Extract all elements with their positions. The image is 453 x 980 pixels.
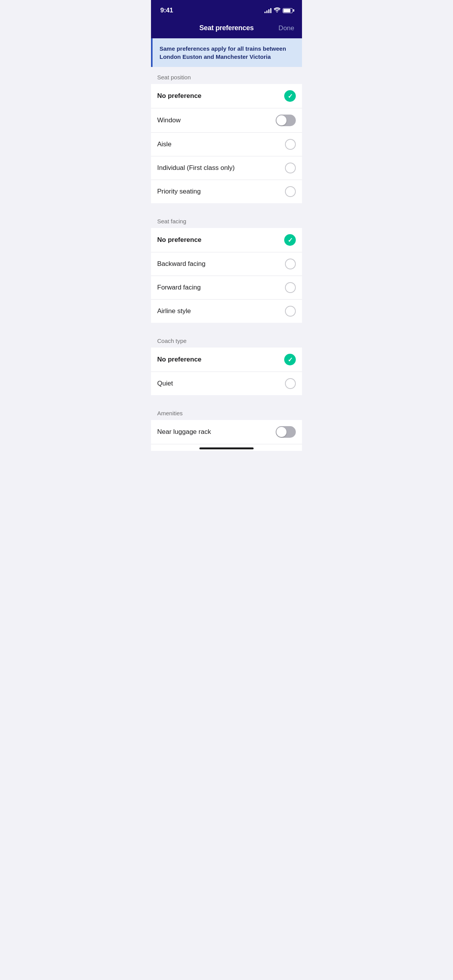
seat-facing-label: Seat facing	[157, 218, 186, 224]
coach-type-label: Coach type	[157, 338, 187, 344]
coach-type-quiet-label: Quiet	[157, 380, 173, 387]
seat-position-header: Seat position	[151, 67, 302, 84]
seat-facing-forward-radio[interactable]	[285, 282, 296, 293]
seat-position-aisle-radio[interactable]	[285, 139, 296, 150]
coach-type-quiet-radio[interactable]	[285, 378, 296, 389]
spacer-2	[151, 323, 302, 331]
seat-position-no-preference-row[interactable]: No preference	[151, 84, 302, 108]
seat-position-window-toggle[interactable]	[276, 115, 296, 126]
seat-position-aisle-row[interactable]: Aisle	[151, 133, 302, 156]
seat-facing-options: No preference Backward facing Forward fa…	[151, 228, 302, 323]
seat-position-individual-radio[interactable]	[285, 163, 296, 173]
seat-position-priority-label: Priority seating	[157, 188, 201, 195]
info-banner-text: Same preferences apply for all trains be…	[160, 45, 286, 60]
seat-facing-backward-label: Backward facing	[157, 260, 206, 268]
amenities-luggage-label: Near luggage rack	[157, 428, 211, 436]
spacer-1	[151, 203, 302, 211]
spacer-3	[151, 395, 302, 403]
coach-type-section: Coach type No preference Quiet	[151, 331, 302, 395]
amenities-luggage-row[interactable]: Near luggage rack	[151, 420, 302, 444]
home-indicator	[151, 444, 302, 451]
seat-position-individual-label: Individual (First class only)	[157, 164, 235, 172]
seat-position-no-preference-check[interactable]	[284, 90, 296, 102]
coach-type-no-preference-row[interactable]: No preference	[151, 348, 302, 372]
seat-facing-backward-row[interactable]: Backward facing	[151, 252, 302, 276]
seat-position-no-preference-label: No preference	[157, 92, 201, 100]
seat-facing-no-preference-row[interactable]: No preference	[151, 228, 302, 252]
wifi-icon	[274, 7, 280, 14]
coach-type-no-preference-label: No preference	[157, 356, 201, 363]
seat-facing-header: Seat facing	[151, 211, 302, 228]
seat-position-label: Seat position	[157, 74, 191, 81]
battery-icon	[283, 8, 293, 13]
seat-position-aisle-label: Aisle	[157, 140, 172, 148]
seat-position-window-toggle-knob	[276, 115, 287, 125]
seat-position-section: Seat position No preference Window Aisle…	[151, 67, 302, 203]
seat-facing-airline-radio[interactable]	[285, 306, 296, 317]
amenities-luggage-toggle[interactable]	[276, 426, 296, 438]
seat-position-window-row[interactable]: Window	[151, 108, 302, 133]
amenities-luggage-toggle-knob	[276, 427, 287, 437]
info-banner: Same preferences apply for all trains be…	[151, 38, 302, 67]
home-bar	[199, 447, 254, 449]
seat-facing-no-preference-label: No preference	[157, 236, 201, 244]
coach-type-quiet-row[interactable]: Quiet	[151, 372, 302, 395]
coach-type-header: Coach type	[151, 331, 302, 348]
nav-bar: Seat preferences Done	[151, 19, 302, 38]
done-button[interactable]: Done	[278, 24, 294, 32]
seat-facing-airline-row[interactable]: Airline style	[151, 300, 302, 323]
seat-facing-section: Seat facing No preference Backward facin…	[151, 211, 302, 323]
coach-type-options: No preference Quiet	[151, 348, 302, 395]
page-title: Seat preferences	[199, 24, 254, 32]
seat-facing-forward-row[interactable]: Forward facing	[151, 276, 302, 300]
seat-facing-forward-label: Forward facing	[157, 284, 201, 291]
seat-position-individual-row[interactable]: Individual (First class only)	[151, 156, 302, 180]
status-time: 9:41	[160, 7, 173, 14]
status-icons	[264, 7, 293, 14]
seat-facing-backward-radio[interactable]	[285, 259, 296, 269]
amenities-options: Near luggage rack	[151, 420, 302, 444]
coach-type-no-preference-check[interactable]	[284, 354, 296, 365]
status-bar: 9:41	[151, 0, 302, 19]
signal-icon	[264, 8, 271, 13]
seat-position-priority-row[interactable]: Priority seating	[151, 180, 302, 203]
seat-position-options: No preference Window Aisle Individual (F…	[151, 84, 302, 203]
amenities-label: Amenities	[157, 410, 183, 416]
seat-position-window-label: Window	[157, 117, 180, 124]
seat-position-priority-radio[interactable]	[285, 186, 296, 197]
amenities-header: Amenities	[151, 403, 302, 420]
seat-facing-airline-label: Airline style	[157, 307, 191, 315]
seat-facing-no-preference-check[interactable]	[284, 234, 296, 246]
amenities-section: Amenities Near luggage rack	[151, 403, 302, 444]
